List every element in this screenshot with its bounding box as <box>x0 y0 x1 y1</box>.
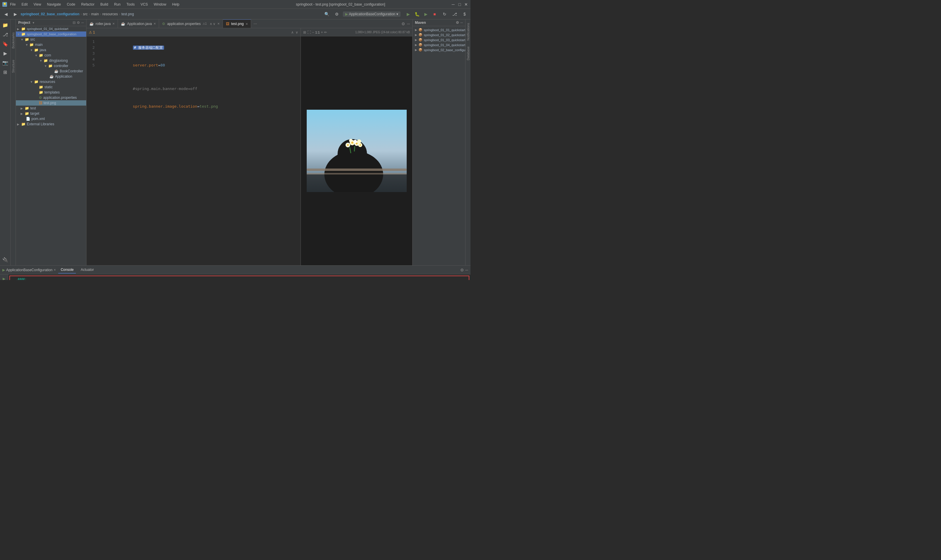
tree-item-com[interactable]: ▼ 📁 com <box>16 53 86 58</box>
tab-actuator[interactable]: Actuator <box>78 266 96 274</box>
tab-appprops[interactable]: ⚙ application.properties ⚠1 ∧ ∨ ✕ <box>159 19 223 28</box>
bookmarks-label[interactable]: Bookmarks <box>11 31 15 50</box>
maven-project-2[interactable]: ▶ 📦 springboot_01_02_quickstart <box>414 32 464 37</box>
menu-run[interactable]: Run <box>113 2 122 7</box>
tab-testpng[interactable]: 🖼 test.png ✕ <box>223 19 251 28</box>
tree-item-application[interactable]: ☕ Application <box>16 74 86 79</box>
camera-icon[interactable]: 📷 <box>1 58 10 67</box>
settings-button[interactable]: ⚙ <box>333 10 341 18</box>
zoomin-icon[interactable]: + <box>321 30 323 34</box>
project-icon[interactable]: 📁 <box>1 21 10 29</box>
tree-item-target[interactable]: ▶ 📁 target <box>16 111 86 116</box>
breadcrumb-project[interactable]: springboot_02_base_configuration <box>21 12 79 16</box>
editor-settings-icon[interactable]: ⚙ <box>401 22 405 26</box>
run-minimize-icon[interactable]: ─ <box>465 268 468 272</box>
maven-project-1[interactable]: ▶ 📦 springboot_01_01_quickstart <box>414 27 464 32</box>
tree-item-main[interactable]: ▼ 📁 main <box>16 42 86 47</box>
tree-item-testpng[interactable]: 🖼 test.png <box>16 100 86 106</box>
menu-code[interactable]: Code <box>66 2 77 7</box>
tree-item-src[interactable]: ▼ 📁 src <box>16 37 86 42</box>
maven-project-3[interactable]: ▶ 📦 springboot_01_03_quickstart <box>414 37 464 42</box>
menu-window[interactable]: Window <box>152 2 168 7</box>
structure-label[interactable]: Structure <box>11 58 15 74</box>
coverage-button[interactable]: ▶ <box>422 10 430 18</box>
close-run-icon[interactable]: ✕ <box>54 268 56 271</box>
terminal-button[interactable]: $ <box>461 10 469 18</box>
run-settings-icon[interactable]: ⚙ <box>460 268 464 272</box>
tree-item-test[interactable]: ▶ 📁 test <box>16 106 86 111</box>
tree-item-pomxml[interactable]: 📄 pom.xml <box>16 116 86 122</box>
maven-settings-icon[interactable]: ⚙ <box>456 21 459 25</box>
fullscreen-icon[interactable]: ⛶ <box>307 30 311 34</box>
menu-file[interactable]: File <box>9 2 17 7</box>
menu-build[interactable]: Build <box>99 2 109 7</box>
breadcrumb-main[interactable]: main <box>91 12 99 16</box>
database-label[interactable]: Database <box>466 45 470 62</box>
tree-item-dingjiaxiong[interactable]: ▼ 📁 dingjiaxiong <box>16 58 86 63</box>
breadcrumb-src[interactable]: src <box>83 12 88 16</box>
minimize-button[interactable]: ─ <box>451 2 455 6</box>
maximize-button[interactable]: □ <box>458 2 462 6</box>
run-button[interactable]: ▶ <box>404 10 412 18</box>
tab-close-icon[interactable]: ✕ <box>154 22 156 25</box>
tree-item-bookcontroller[interactable]: ☕ BookController <box>16 69 86 74</box>
maven-project-5[interactable]: ▶ 📦 springboot_02_base_configuration <box>414 47 464 52</box>
rerun-button[interactable]: ▶ <box>1 275 7 280</box>
tree-item-project1[interactable]: ▶ 📁 springboot_01_04_quickstart <box>16 26 86 31</box>
more-tabs-icon[interactable]: ⋯ <box>251 22 259 26</box>
settings-icon[interactable]: ⚙ <box>77 21 80 25</box>
menu-vcs[interactable]: VCS <box>139 2 149 7</box>
run-config-selector[interactable]: ▶ ApplicationBaseConfiguration ▾ <box>343 11 401 17</box>
tree-item-static[interactable]: 📁 static <box>16 85 86 90</box>
edit-icon[interactable]: ✏ <box>324 30 327 34</box>
tree-label: application.properties <box>43 95 77 100</box>
notifications-label[interactable]: Notifications <box>466 22 470 42</box>
stop-button[interactable]: ■ <box>431 10 439 18</box>
update-button[interactable]: ↻ <box>441 10 449 18</box>
scroll-down-btn[interactable]: ∨ <box>295 30 298 34</box>
menu-refactor[interactable]: Refactor <box>80 2 95 7</box>
run-icon[interactable]: ▶ <box>1 49 10 58</box>
menu-navigate[interactable]: Navigate <box>46 2 62 7</box>
scroll-up-icon[interactable]: ∧ <box>210 22 212 26</box>
tab-roller[interactable]: ☕ roller.java ✕ <box>86 19 118 28</box>
tab-console[interactable]: Console <box>58 266 76 274</box>
bookmark-icon[interactable]: 🔖 <box>1 39 10 48</box>
tree-item-extlibs[interactable]: ▶ 📁 External Libraries <box>16 122 86 127</box>
plugins-icon[interactable]: 🔌 <box>1 255 10 264</box>
forward-button[interactable]: ▶ <box>11 10 19 18</box>
tab-application[interactable]: ☕ Application.java ✕ <box>118 19 159 28</box>
debug-button[interactable]: 🐛 <box>413 10 421 18</box>
scroll-down-icon[interactable]: ∨ <box>213 22 215 26</box>
tree-item-project2[interactable]: ▼ 📁 springboot_02_base_configuration <box>16 31 86 37</box>
tree-item-controller[interactable]: ▼ 📁 controller <box>16 63 86 69</box>
minimize-icon[interactable]: ─ <box>81 21 84 25</box>
maven-project-4[interactable]: ▶ 📦 springboot_01_04_quickstart <box>414 42 464 47</box>
menu-tools[interactable]: Tools <box>125 2 136 7</box>
grid-icon[interactable]: ⊞ <box>303 30 306 34</box>
tree-item-resources[interactable]: ▼ 📁 resources <box>16 79 86 85</box>
tree-item-templates[interactable]: 📁 templates <box>16 90 86 95</box>
tree-item-appprops[interactable]: ⚙ application.properties <box>16 95 86 100</box>
tree-item-java[interactable]: ▼ 📁 java <box>16 47 86 53</box>
breadcrumb-file[interactable]: test.png <box>121 12 134 16</box>
menu-view[interactable]: View <box>32 2 42 7</box>
search-button[interactable]: 🔍 <box>323 10 331 18</box>
menu-help[interactable]: Help <box>171 2 181 7</box>
console-output: .####: .#88#8#####. 88888######## : 88##… <box>10 276 469 280</box>
editor-minimize-icon[interactable]: ─ <box>407 22 410 26</box>
scroll-up-btn[interactable]: ∧ <box>291 30 294 34</box>
git-button[interactable]: ⎇ <box>451 10 459 18</box>
layers-icon[interactable]: ⊞ <box>1 68 10 77</box>
collapse-all-icon[interactable]: ⊟ <box>73 21 75 25</box>
close-button[interactable]: ✕ <box>464 2 468 6</box>
tab-close-icon[interactable]: ✕ <box>246 22 248 26</box>
maven-minimize-icon[interactable]: ─ <box>460 21 463 25</box>
tab-close-icon[interactable]: ✕ <box>217 22 220 25</box>
commit-icon[interactable]: ⎇ <box>1 30 10 39</box>
tab-close-icon[interactable]: ✕ <box>112 22 115 25</box>
breadcrumb-resources[interactable]: resources <box>102 12 118 16</box>
menu-edit[interactable]: Edit <box>20 2 29 7</box>
zoomout-icon[interactable]: − <box>312 30 314 34</box>
back-button[interactable]: ◀ <box>2 10 10 18</box>
